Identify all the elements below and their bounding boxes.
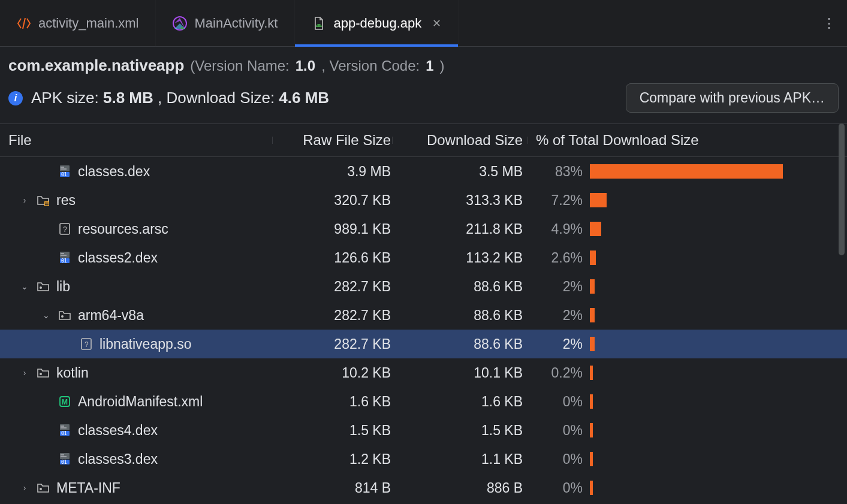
package-line: com.example.nativeapp (Version Name: 1.0… bbox=[8, 54, 839, 81]
svg-text:?: ? bbox=[63, 225, 67, 234]
col-dl-size[interactable]: Download Size bbox=[396, 132, 528, 149]
dex-icon: 01 bbox=[58, 164, 72, 179]
tabs-overflow-menu[interactable]: ⋮ bbox=[811, 0, 847, 46]
tab-label: activity_main.xml bbox=[38, 16, 138, 31]
tag-file-icon bbox=[17, 16, 31, 31]
cell-pct: 2% bbox=[528, 279, 587, 295]
col-pct[interactable]: % of Total Download Size bbox=[528, 132, 847, 149]
chevron-down-icon[interactable]: ⌄ bbox=[41, 310, 52, 320]
table-row[interactable]: › res320.7 KB313.3 KB7.2% bbox=[0, 186, 847, 215]
apk-contents-table: File Raw File Size Download Size % of To… bbox=[0, 123, 847, 502]
bar-fill bbox=[590, 251, 596, 265]
manifest-icon: M bbox=[58, 394, 72, 409]
cell-download-size: 3.5 MB bbox=[396, 164, 528, 180]
table-header: File Raw File Size Download Size % of To… bbox=[0, 123, 847, 157]
svg-rect-4 bbox=[61, 167, 64, 168]
cell-pct: 7.2% bbox=[528, 192, 587, 209]
table-row[interactable]: › ? resources.arsc989.1 KB211.8 KB4.9% bbox=[0, 215, 847, 243]
download-size-label: , Download Size: bbox=[158, 89, 275, 107]
table-row[interactable]: › META-INF814 B886 B0% bbox=[0, 473, 847, 502]
cell-pct: 4.9% bbox=[528, 221, 587, 237]
chevron-down-icon[interactable]: ⌄ bbox=[19, 282, 30, 291]
table-row[interactable]: › 01 classes4.dex1.5 KB1.5 KB0% bbox=[0, 416, 847, 445]
svg-rect-9 bbox=[45, 203, 49, 204]
size-line: i APK size: 5.8 MB , Download Size: 4.6 … bbox=[8, 81, 839, 123]
table-row[interactable]: › 01 classes3.dex1.2 KB1.1 KB0% bbox=[0, 445, 847, 473]
bar-fill bbox=[590, 452, 593, 466]
table-row[interactable]: › ? libnativeapp.so282.7 KB88.6 KB2% bbox=[0, 330, 847, 358]
cell-download-size: 313.3 KB bbox=[396, 192, 528, 209]
col-raw-size[interactable]: Raw File Size bbox=[276, 132, 396, 149]
size-text: APK size: 5.8 MB , Download Size: 4.6 MB bbox=[31, 89, 329, 107]
cell-download-size: 1.1 KB bbox=[396, 451, 528, 467]
cell-download-size: 886 B bbox=[396, 480, 528, 496]
close-tab-icon[interactable]: ✕ bbox=[432, 17, 441, 30]
bar-fill bbox=[590, 337, 595, 351]
apk-summary: com.example.nativeapp (Version Name: 1.0… bbox=[0, 47, 847, 123]
chevron-right-icon[interactable]: › bbox=[19, 483, 30, 493]
svg-point-18 bbox=[40, 286, 42, 289]
cell-pct: 2% bbox=[528, 307, 587, 324]
svg-point-1 bbox=[318, 25, 319, 26]
table-row[interactable]: › kotlin10.2 KB10.1 KB0.2% bbox=[0, 358, 847, 387]
bar-fill bbox=[590, 423, 593, 437]
dex-icon: 01 bbox=[58, 452, 72, 466]
bar-fill bbox=[590, 394, 593, 409]
chevron-right-icon[interactable]: › bbox=[19, 368, 30, 378]
cell-pct: 2% bbox=[528, 336, 587, 352]
cell-file: › 01 classes.dex bbox=[0, 164, 276, 180]
table-body: › 01 classes.dex3.9 MB3.5 MB83%› res320.… bbox=[0, 157, 847, 502]
cell-pct: 0% bbox=[528, 422, 587, 439]
editor-tab[interactable]: activity_main.xml bbox=[0, 0, 156, 46]
chevron-right-icon[interactable]: › bbox=[19, 195, 30, 205]
file-name: classes4.dex bbox=[78, 422, 158, 439]
scrollbar-thumb[interactable] bbox=[839, 123, 845, 255]
col-file[interactable]: File bbox=[0, 132, 276, 149]
folder-dot-icon bbox=[58, 308, 72, 322]
editor-tab[interactable]: app-debug.apk✕ bbox=[295, 0, 459, 46]
editor-tabstrip: activity_main.xml MainActivity.kt app-de… bbox=[0, 0, 847, 47]
info-icon: i bbox=[8, 91, 23, 105]
cell-download-size: 211.8 KB bbox=[396, 221, 528, 237]
table-row[interactable]: › M AndroidManifest.xml1.6 KB1.6 KB0% bbox=[0, 387, 847, 416]
folder-icon bbox=[36, 193, 50, 207]
svg-rect-26 bbox=[61, 425, 64, 427]
cell-raw-size: 282.7 KB bbox=[276, 279, 396, 295]
file-name: resources.arsc bbox=[78, 221, 168, 237]
cell-bar bbox=[587, 162, 847, 180]
cell-raw-size: 3.9 MB bbox=[276, 164, 396, 180]
svg-rect-10 bbox=[45, 204, 49, 206]
table-row[interactable]: › 01 classes2.dex126.6 KB113.2 KB2.6% bbox=[0, 243, 847, 272]
file-name: libnativeapp.so bbox=[100, 336, 191, 352]
cell-raw-size: 10.2 KB bbox=[276, 365, 396, 381]
download-size-value: 4.6 MB bbox=[279, 89, 329, 107]
table-row[interactable]: ⌄ arm64-v8a282.7 KB88.6 KB2% bbox=[0, 301, 847, 330]
bar-fill bbox=[590, 308, 595, 322]
table-row[interactable]: ⌄ lib282.7 KB88.6 KB2% bbox=[0, 272, 847, 301]
editor-tab[interactable]: MainActivity.kt bbox=[156, 0, 295, 46]
table-row[interactable]: › 01 classes.dex3.9 MB3.5 MB83% bbox=[0, 157, 847, 186]
bar-fill bbox=[590, 193, 607, 207]
cell-raw-size: 320.7 KB bbox=[276, 192, 396, 209]
close-paren: ) bbox=[440, 58, 445, 74]
apk-size-value: 5.8 MB bbox=[103, 89, 153, 107]
cell-pct: 83% bbox=[528, 164, 587, 180]
cell-file: › kotlin bbox=[0, 365, 276, 381]
cell-pct: 0% bbox=[528, 451, 587, 467]
cell-raw-size: 1.2 KB bbox=[276, 451, 396, 467]
cell-file: › 01 classes3.dex bbox=[0, 451, 276, 467]
compare-apk-button[interactable]: Compare with previous APK… bbox=[626, 83, 839, 113]
version-code: 1 bbox=[426, 58, 433, 74]
version-code-label: , Version Code: bbox=[321, 58, 420, 74]
cell-raw-size: 1.5 KB bbox=[276, 422, 396, 439]
version-name-label: (Version Name: bbox=[190, 58, 289, 74]
scrollbar[interactable] bbox=[836, 123, 845, 502]
svg-point-19 bbox=[61, 315, 64, 318]
svg-point-35 bbox=[40, 488, 42, 490]
file-name: res bbox=[56, 192, 76, 209]
cell-bar bbox=[587, 306, 847, 324]
cell-download-size: 88.6 KB bbox=[396, 279, 528, 295]
cell-raw-size: 1.6 KB bbox=[276, 394, 396, 410]
cell-download-size: 1.6 KB bbox=[396, 394, 528, 410]
kt-file-icon bbox=[173, 16, 187, 31]
